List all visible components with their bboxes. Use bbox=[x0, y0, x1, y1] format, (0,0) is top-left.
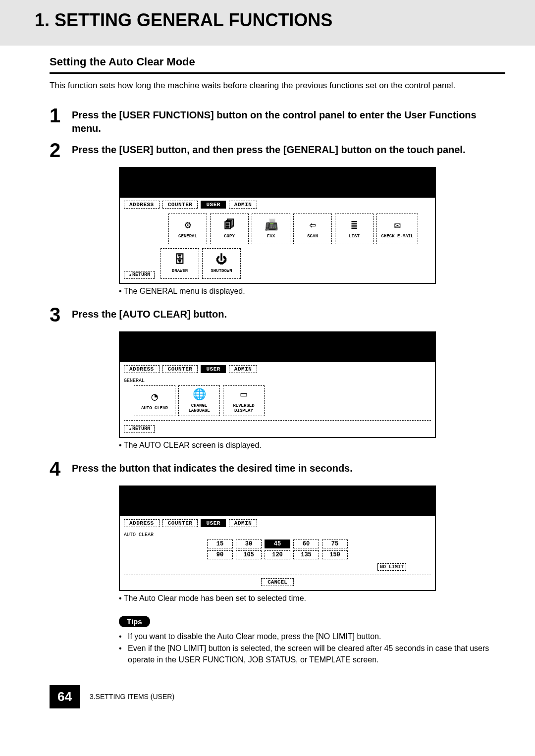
subsection-title: Setting the Auto Clear Mode bbox=[50, 55, 505, 68]
time-60-button[interactable]: 60 bbox=[293, 540, 319, 548]
list-button[interactable]: ≣LIST bbox=[335, 214, 374, 244]
tab-admin[interactable]: ADMIN bbox=[229, 201, 258, 209]
step-2: 2 Press the [USER] button, and then pres… bbox=[50, 140, 505, 160]
breadcrumb: AUTO CLEAR bbox=[124, 532, 431, 538]
reversed-display-button[interactable]: ▭REVERSED DISPLAY bbox=[223, 385, 265, 416]
step-4: 4 Press the button that indicates the de… bbox=[50, 459, 505, 479]
note-after-step4: The Auto Clear mode has been set to sele… bbox=[119, 594, 505, 603]
step-number: 2 bbox=[50, 140, 72, 160]
tab-counter[interactable]: COUNTER bbox=[162, 519, 198, 527]
display-icon: ▭ bbox=[240, 388, 247, 402]
tip-item: If you want to disable the Auto Clear mo… bbox=[119, 631, 505, 642]
time-150-button[interactable]: 150 bbox=[322, 550, 348, 559]
return-button[interactable]: ◂RETURN bbox=[124, 425, 155, 433]
scan-button[interactable]: ⇦SCAN bbox=[293, 214, 332, 244]
tab-user[interactable]: USER bbox=[201, 201, 225, 209]
tab-user[interactable]: USER bbox=[201, 519, 225, 527]
copy-button[interactable]: 🗐COPY bbox=[210, 214, 249, 244]
shutdown-button[interactable]: ⏻SHUTDOWN bbox=[202, 248, 241, 279]
step-text: Press the [AUTO CLEAR] button. bbox=[72, 305, 505, 321]
step-1: 1 Press the [USER FUNCTIONS] button on t… bbox=[50, 106, 505, 135]
intro-text: This function sets how long the machine … bbox=[50, 80, 505, 92]
time-75-button[interactable]: 75 bbox=[322, 540, 348, 548]
cancel-button[interactable]: CANCEL bbox=[261, 578, 294, 586]
breadcrumb: GENERAL bbox=[124, 378, 431, 383]
change-language-button[interactable]: 🌐CHANGE LANGUAGE bbox=[178, 385, 220, 416]
globe-icon: 🌐 bbox=[193, 388, 206, 402]
scan-icon: ⇦ bbox=[309, 219, 316, 233]
no-limit-button[interactable]: NO LIMIT bbox=[377, 563, 406, 571]
time-120-button[interactable]: 120 bbox=[265, 550, 290, 559]
time-row-2: 90 105 120 135 150 bbox=[124, 550, 431, 559]
fax-icon: 📠 bbox=[265, 219, 278, 233]
autoclear-icon: ◔ bbox=[151, 391, 158, 405]
tip-item: Even if the [NO LIMIT] button is selecte… bbox=[119, 643, 505, 665]
drawer-icon: 🗄 bbox=[174, 254, 185, 268]
time-105-button[interactable]: 105 bbox=[236, 550, 262, 559]
note-after-step3: The AUTO CLEAR screen is displayed. bbox=[119, 441, 505, 450]
drawer-button[interactable]: 🗄DRAWER bbox=[160, 248, 199, 279]
shutdown-icon: ⏻ bbox=[216, 254, 227, 268]
time-15-button[interactable]: 15 bbox=[207, 540, 233, 548]
touchpanel-screenshot-time-select: ADDRESS COUNTER USER ADMIN AUTO CLEAR 15… bbox=[119, 486, 436, 591]
footer-text: 3.SETTING ITEMS (USER) bbox=[90, 693, 174, 701]
note-after-step2: The GENERAL menu is displayed. bbox=[119, 287, 505, 296]
step-text: Press the [USER] button, and then press … bbox=[72, 140, 505, 157]
step-text: Press the button that indicates the desi… bbox=[72, 459, 505, 475]
time-135-button[interactable]: 135 bbox=[293, 550, 319, 559]
time-30-button[interactable]: 30 bbox=[236, 540, 262, 548]
page-number: 64 bbox=[50, 685, 80, 708]
return-arrow-icon: ◂ bbox=[128, 272, 131, 278]
tab-counter[interactable]: COUNTER bbox=[162, 201, 198, 209]
divider bbox=[50, 72, 505, 74]
page-footer: 64 3.SETTING ITEMS (USER) bbox=[50, 685, 505, 723]
tab-user[interactable]: USER bbox=[201, 365, 225, 373]
fax-button[interactable]: 📠FAX bbox=[252, 214, 290, 244]
tab-address[interactable]: ADDRESS bbox=[124, 519, 160, 527]
return-button[interactable]: ◂RETURN bbox=[124, 271, 155, 279]
tab-counter[interactable]: COUNTER bbox=[162, 365, 198, 373]
tips-list: If you want to disable the Auto Clear mo… bbox=[119, 631, 505, 665]
return-arrow-icon: ◂ bbox=[128, 426, 131, 432]
time-45-button[interactable]: 45 bbox=[265, 540, 290, 548]
list-icon: ≣ bbox=[351, 219, 357, 233]
check-email-button[interactable]: ✉CHECK E-MAIL bbox=[376, 214, 418, 244]
tab-admin[interactable]: ADMIN bbox=[229, 519, 258, 527]
page-title: 1. SETTING GENERAL FUNCTIONS bbox=[0, 10, 535, 31]
touchpanel-screenshot-general-menu: ADDRESS COUNTER USER ADMIN ⚙GENERAL 🗐COP… bbox=[119, 167, 436, 284]
tab-admin[interactable]: ADMIN bbox=[229, 365, 258, 373]
general-icon: ⚙ bbox=[184, 219, 191, 233]
copy-icon: 🗐 bbox=[224, 219, 235, 233]
email-icon: ✉ bbox=[394, 219, 400, 233]
auto-clear-button[interactable]: ◔AUTO CLEAR bbox=[134, 385, 175, 416]
time-row-1: 15 30 45 60 75 bbox=[124, 540, 431, 548]
step-3: 3 Press the [AUTO CLEAR] button. bbox=[50, 305, 505, 324]
step-number: 4 bbox=[50, 459, 72, 479]
step-number: 1 bbox=[50, 106, 72, 125]
tab-address[interactable]: ADDRESS bbox=[124, 365, 160, 373]
tab-address[interactable]: ADDRESS bbox=[124, 201, 160, 209]
general-button[interactable]: ⚙GENERAL bbox=[168, 214, 207, 244]
time-90-button[interactable]: 90 bbox=[207, 550, 233, 559]
tips-badge: Tips bbox=[119, 616, 150, 627]
step-number: 3 bbox=[50, 305, 72, 324]
touchpanel-screenshot-autoclear-select: ADDRESS COUNTER USER ADMIN GENERAL ◔AUTO… bbox=[119, 331, 436, 438]
step-text: Press the [USER FUNCTIONS] button on the… bbox=[72, 106, 505, 135]
